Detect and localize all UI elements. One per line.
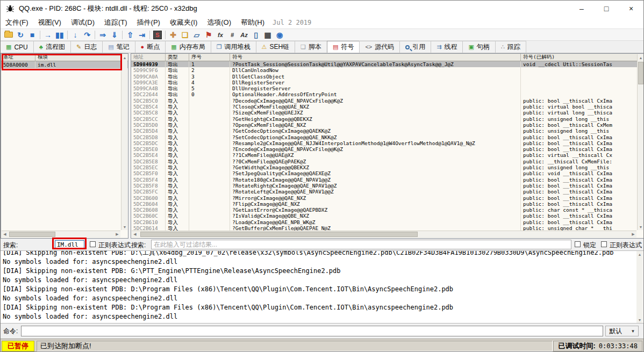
symbol-row[interactable]: 5DC2B5D4导入?GetCodecOption@CxImage@@QAEKK… <box>131 128 644 134</box>
pause-icon[interactable]: ▮▮ <box>54 30 66 40</box>
scroll-up-icon[interactable]: ▲ <box>638 54 644 61</box>
menu-help[interactable]: 帮助(H) <box>236 17 269 28</box>
symbol-row[interactable]: 5DC2B600导入?Mirror@CxImage@@QAE_NXZpublic… <box>131 195 644 201</box>
globe-icon[interactable]: ◉ <box>274 30 285 40</box>
tab-symbols[interactable]: ▤符号 <box>327 41 360 53</box>
menu-file[interactable]: 文件(F) <box>1 17 33 28</box>
symbol-row[interactable]: 5DC2B608导入?GetLastError@CxImage@@QAEPBDX… <box>131 207 644 213</box>
tab-cpu[interactable]: ▦CPU <box>0 41 34 53</box>
settings-icon[interactable]: S <box>152 30 163 40</box>
command-profile-dropdown[interactable]: 默认 ▼ <box>605 326 639 336</box>
tab-memory-map[interactable]: ▦内存布局 <box>165 41 211 53</box>
symbol-row[interactable]: 5DC2B5F0导入?SetJpegQuality@CxImage@@QAEXE… <box>131 170 644 176</box>
scroll-left-icon[interactable]: ◀ <box>2 231 8 238</box>
menu-debug[interactable]: 调试(D) <box>66 17 99 28</box>
tab-handles[interactable]: ▣句柄 <box>462 41 495 53</box>
symbol-row[interactable]: 5DC2B60C导入?IsValid@CxImage@@QBE_NXZpubli… <box>131 213 644 219</box>
functions-icon[interactable]: fx <box>214 30 226 40</box>
command-input[interactable] <box>21 326 603 336</box>
run-icon[interactable]: → <box>42 30 54 40</box>
tab-threads[interactable]: ⇉线程 <box>431 41 463 53</box>
menu-plugins[interactable]: 插件(P) <box>132 17 165 28</box>
symbol-row[interactable]: 5D99C9F6导出2DllCanUnloadNow <box>131 67 644 73</box>
symbol-row[interactable]: 5DC2B5DC导入?Resample2@CxImage@@QAE_NJJW4I… <box>131 140 644 146</box>
column-symbol[interactable]: 符号 <box>230 54 521 61</box>
symbol-row[interactable]: 5D99CA4B导出5DllUnregisterServer <box>131 85 644 91</box>
scroll-up-icon[interactable]: ▲ <box>121 54 128 61</box>
tab-trace[interactable]: ∴跟踪 <box>495 41 526 53</box>
tab-log[interactable]: ✎日志 <box>70 41 103 53</box>
step-over-icon[interactable]: ↷ <box>81 30 93 40</box>
scroll-right-icon[interactable]: ▶ <box>114 231 120 238</box>
symbols-vertical-scrollbar[interactable]: ▲ ▼ <box>637 54 643 230</box>
animate-into-icon[interactable]: ⇒ <box>97 30 109 40</box>
minimize-button[interactable]: – <box>569 1 594 17</box>
run-to-user-code-icon[interactable]: ⇥ <box>136 30 148 40</box>
column-ordinal[interactable]: 序号 <box>189 54 230 61</box>
hash-icon[interactable]: # <box>226 30 238 40</box>
regex2-checkbox[interactable] <box>601 241 607 247</box>
calculator-icon[interactable]: ▦ <box>262 30 274 40</box>
scroll-left-icon[interactable]: ◀ <box>132 231 138 238</box>
symbol-row[interactable]: 5DC2B5FC导入?RotateLeft@CxImage@@QAE_NPAV1… <box>131 189 644 195</box>
search-input[interactable] <box>55 240 84 249</box>
symbol-row[interactable]: 5DC2B5F8导入?RotateRight@CxImage@@QAE_NPAV… <box>131 183 644 189</box>
symbol-row[interactable]: 5D984939导出1?PostTask_Session@SessionTask… <box>131 61 644 67</box>
tab-call-stack[interactable]: ❐调用堆栈 <box>211 41 256 53</box>
scrollbar-thumb[interactable] <box>140 232 418 237</box>
modules-icon[interactable]: ▯ <box>250 30 262 40</box>
column-address[interactable]: 地址 <box>131 54 166 61</box>
open-folder-icon[interactable] <box>3 30 15 40</box>
bookmarks-icon[interactable]: ⚑ <box>203 30 214 40</box>
labels-icon[interactable]: ▱ <box>191 30 203 40</box>
menu-options[interactable]: 选项(O) <box>202 17 236 28</box>
symbols-horizontal-scrollbar[interactable]: ◀ ▶ <box>132 231 636 238</box>
step-into-icon[interactable]: ↓ <box>69 30 81 40</box>
close-button[interactable]: × <box>619 1 643 17</box>
modules-horizontal-scrollbar[interactable]: ◀ ▶ <box>2 231 120 238</box>
column-symbol-undecorated[interactable]: 符号(已解码) <box>521 54 644 61</box>
symbol-row[interactable]: 5DC2B5D0导入?Open@CxMemFile@@QAE_NXZpublic… <box>131 122 644 128</box>
symbol-row[interactable]: 5DC2B5F4导入?Rotate180@CxImage@@QAE_NPAV1@… <box>131 177 644 183</box>
symbol-row[interactable]: 5DC2B5C8导入?Size@CxMemFile@@UAEJXZpublic:… <box>131 110 644 116</box>
column-module[interactable]: 模块 <box>35 54 128 61</box>
symbol-row[interactable]: 5DC2B610导入?Load@CxImage@@QAE_NPB_WK@Zpub… <box>131 219 644 225</box>
symbol-row[interactable]: 5DC22644导出0OptionalHeader.AddressOfEntry… <box>131 91 644 97</box>
strings-icon[interactable]: Az <box>238 30 250 40</box>
tab-script[interactable]: ❏脚本 <box>295 41 327 53</box>
column-type[interactable]: 类型 <box>166 54 189 61</box>
stop-icon[interactable]: ■ <box>26 30 38 40</box>
symbol-row[interactable]: 5DC2B5D8导入?SetCodecOption@CxImage@@QAE_N… <box>131 134 644 140</box>
restart-icon[interactable]: ↻ <box>15 30 26 40</box>
symbol-row[interactable]: 5DC2B5E0导入?Encode@CxImage@@QAE_NPAVCxFil… <box>131 146 644 152</box>
symbol-row[interactable]: 5DC2B5CC导入?GetHeight@CxImage@@QBEKXZpubl… <box>131 116 644 122</box>
patch-icon[interactable]: ✚ <box>167 30 179 40</box>
regex-checkbox[interactable] <box>90 241 96 247</box>
tab-source[interactable]: <>源代码 <box>359 41 400 53</box>
module-row[interactable]: 5D8A0000im.dll <box>1 61 128 68</box>
lock-checkbox[interactable] <box>575 241 581 247</box>
tab-references[interactable]: 引用 <box>399 41 431 53</box>
scroll-down-icon[interactable]: ▼ <box>636 317 643 323</box>
scroll-down-icon[interactable]: ▼ <box>121 224 128 230</box>
symbol-row[interactable]: 5DC2B5C0导入?Decode@CxImage@@QAE_NPAVCxFil… <box>131 98 644 104</box>
menu-trace[interactable]: 追踪(T) <box>99 17 132 28</box>
symbol-row[interactable]: 5D99CA3E导出4DllRegisterServer <box>131 80 644 85</box>
symbol-row[interactable]: 5DC2B5C4导入?Close@CxMemFile@@UAE_NXZpubli… <box>131 104 644 110</box>
column-base[interactable]: 基址 <box>1 54 35 61</box>
step-out-icon[interactable]: ⇓ <box>109 30 120 40</box>
tab-notes[interactable]: ▤笔记 <box>102 41 135 53</box>
symbol-row[interactable]: 5DC2B5E4导入??1CxMemFile@@UAE@XZpublic: vi… <box>131 152 644 158</box>
scrollbar-thumb[interactable] <box>638 62 643 84</box>
symbol-row[interactable]: 5D99CA0A导出3DllGetClassObject <box>131 74 644 80</box>
symbol-row[interactable]: 5DC2B5EC导入?GetWidth@CxImage@@QBEKXZpubli… <box>131 164 644 170</box>
log-output[interactable]: [DIA] Skipping non-existent PDB: D:\工具\x… <box>1 250 643 324</box>
tab-seh[interactable]: ⚠SEH链 <box>256 41 296 53</box>
symbol-row[interactable]: 5DC2B5E8导入??0CxMemFile@@QAE@PAEK@Zpublic… <box>131 159 644 164</box>
scroll-right-icon[interactable]: ▶ <box>630 231 636 238</box>
tab-breakpoints[interactable]: ●断点 <box>135 41 166 53</box>
scroll-up-icon[interactable]: ▲ <box>636 251 643 257</box>
maximize-button[interactable]: □ <box>594 1 619 17</box>
menu-view[interactable]: 视图(V) <box>33 17 66 28</box>
symbol-row[interactable]: 5DC2B604导入?Flip@CxImage@@QAE_NXZpublic: … <box>131 201 644 207</box>
